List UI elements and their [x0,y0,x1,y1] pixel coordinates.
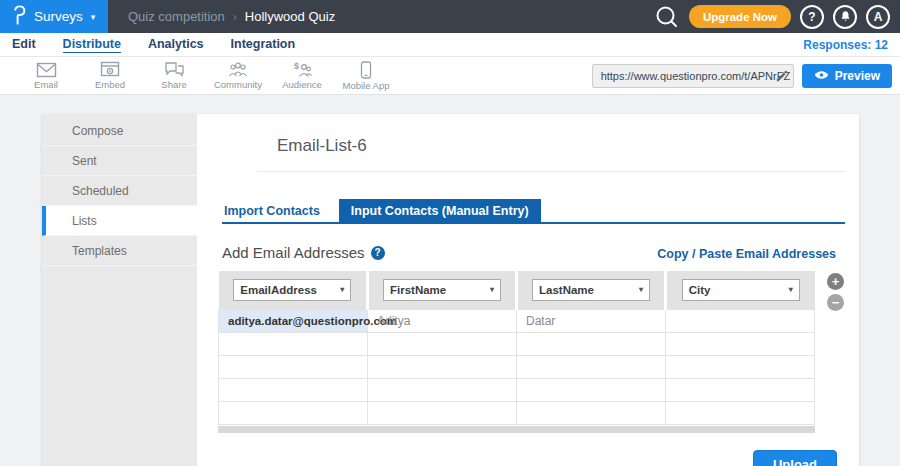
cell-lastname[interactable] [517,332,666,355]
toolbar-item-email[interactable]: Email [14,62,78,90]
help-button[interactable]: ? [800,5,824,29]
breadcrumb-separator-icon: › [233,10,237,24]
upload-row: Upload [197,450,859,466]
cell-firstname[interactable] [368,401,517,424]
cell-city[interactable] [666,401,815,424]
upgrade-now-button[interactable]: Upgrade Now [689,5,791,28]
cell-city[interactable] [666,378,815,401]
table-row [219,378,815,401]
chevron-down-icon: ▾ [639,285,643,294]
column-select-value: City [689,284,711,296]
preview-button[interactable]: Preview [802,64,892,88]
chevron-down-icon: ▾ [340,285,344,294]
remove-row-button[interactable]: − [827,294,844,311]
edit-url-pencil-icon[interactable] [775,69,789,87]
preview-label: Preview [835,69,880,83]
search-icon[interactable] [654,4,680,30]
breadcrumb-parent[interactable]: Quiz competition [128,9,225,24]
cell-city[interactable] [666,332,815,355]
audience-dollar-people-icon: $ [291,61,313,78]
column-select-firstname[interactable]: FirstName ▾ [383,279,501,301]
breadcrumb-current: Hollywood Quiz [245,9,335,24]
brand-menu[interactable]: Surveys ▾ [0,0,108,33]
email-envelope-icon [36,62,57,78]
nav-distribute[interactable]: Distribute [63,37,121,53]
account-avatar[interactable]: A [866,5,890,29]
survey-url-field[interactable]: https://www.questionpro.com/t/APNrFZ [592,64,794,88]
breadcrumb: Quiz competition › Hollywood Quiz [128,9,335,24]
title-divider [257,171,845,172]
email-list-title: Email-List-6 [277,136,859,156]
column-header: LastName ▾ [517,271,666,309]
cell-firstname[interactable] [368,332,517,355]
tab-input-contacts-manual[interactable]: Input Contacts (Manual Entry) [339,199,541,222]
horizontal-scrollbar[interactable] [218,426,815,433]
lists-panel: Compose Sent Scheduled Lists Templates E… [42,114,859,466]
column-select-lastname[interactable]: LastName ▾ [532,279,650,301]
sidebar-item-sent[interactable]: Sent [42,146,197,176]
mobile-phone-icon [360,61,372,79]
toolbar-item-label: Mobile App [342,80,389,91]
table-row [219,401,815,424]
sidebar-item-templates[interactable]: Templates [42,236,197,266]
cell-firstname[interactable] [368,378,517,401]
toolbar-item-embed[interactable]: Embed [78,61,142,90]
topbar-actions: Upgrade Now ? A [654,4,900,30]
notifications-bell-icon[interactable] [833,5,857,29]
survey-nav: Edit Distribute Analytics Integration Re… [0,33,900,57]
toolbar-item-community[interactable]: Community [206,61,270,90]
cell-lastname[interactable] [517,401,666,424]
column-select-city[interactable]: City ▾ [682,279,800,301]
sidebar-item-compose[interactable]: Compose [42,116,197,146]
cell-city[interactable] [666,309,815,332]
row-buttons: + − [827,273,844,425]
help-tooltip-icon[interactable]: ? [371,246,385,260]
column-header: FirstName ▾ [368,271,517,309]
toolbar-item-label: Share [161,79,186,90]
toolbar-item-label: Email [34,79,58,90]
cell-email[interactable] [219,355,368,378]
contacts-table-zone: EmailAddress ▾ FirstName ▾ [218,271,859,425]
email-sidebar: Compose Sent Scheduled Lists Templates [42,114,197,466]
toolbar-item-mobile-app[interactable]: Mobile App [334,61,398,91]
questionpro-logo-icon [12,5,27,29]
column-header: City ▾ [666,271,815,309]
toolbar-right: https://www.questionpro.com/t/APNrFZ Pre… [592,64,892,88]
cell-email[interactable] [219,401,368,424]
cell-city[interactable] [666,355,815,378]
nav-analytics[interactable]: Analytics [148,37,204,52]
add-email-addresses-title: Add Email Addresses [222,244,365,261]
sidebar-item-scheduled[interactable]: Scheduled [42,176,197,206]
sidebar-item-lists[interactable]: Lists [42,206,197,236]
cell-lastname[interactable] [517,355,666,378]
toolbar-item-label: Community [214,79,262,90]
distribute-toolbar: Email Embed Share [0,57,900,95]
contacts-tabs: Import Contacts Input Contacts (Manual E… [222,199,845,224]
cell-lastname[interactable]: Datar [517,309,666,332]
cell-firstname[interactable]: Aditya [368,309,517,332]
column-header: EmailAddress ▾ [219,271,368,309]
add-row-button[interactable]: + [827,273,844,290]
responses-count[interactable]: Responses: 12 [803,38,888,52]
toolbar-item-share[interactable]: Share [142,61,206,90]
toolbar-item-audience[interactable]: $ Audience [270,61,334,90]
svg-text:$: $ [294,61,299,71]
upload-button[interactable]: Upload [753,450,837,466]
contacts-table: EmailAddress ▾ FirstName ▾ [218,271,815,425]
embed-window-icon [100,61,120,78]
copy-paste-emails-link[interactable]: Copy / Paste Email Addresses [657,247,836,261]
cell-email[interactable]: aditya.datar@questionpro.com [219,309,368,332]
cell-email[interactable] [219,378,368,401]
cell-email[interactable] [219,332,368,355]
tab-import-contacts[interactable]: Import Contacts [222,199,331,222]
survey-url-value: https://www.questionpro.com/t/APNrFZ [593,70,793,82]
chevron-down-icon: ▾ [789,285,793,294]
column-select-value: EmailAddress [240,284,317,296]
nav-edit[interactable]: Edit [12,37,36,52]
column-select-emailaddress[interactable]: EmailAddress ▾ [233,279,351,301]
brand-label: Surveys [34,9,83,24]
page-background: Compose Sent Scheduled Lists Templates E… [0,95,900,466]
cell-lastname[interactable] [517,378,666,401]
cell-firstname[interactable] [368,355,517,378]
nav-integration[interactable]: Integration [231,37,296,52]
